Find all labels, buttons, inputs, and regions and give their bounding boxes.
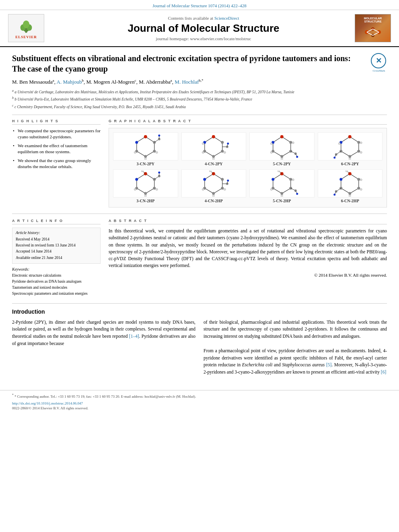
article-history-box: Article history: Received 4 May 2014 Rec… bbox=[12, 228, 101, 264]
issn-line: 0022-2860/© 2014 Elsevier B.V. All right… bbox=[12, 406, 387, 410]
svg-point-37 bbox=[227, 142, 229, 144]
author-mahjoub[interactable]: A. Mahjoub bbox=[57, 79, 82, 85]
intro-text-left: 2-Pyridone (2PY), its dimer and their ch… bbox=[12, 319, 195, 347]
crossmark-icon: ✕ bbox=[376, 56, 382, 65]
svg-point-44 bbox=[289, 141, 292, 144]
molecule-4cn2py-label: 4-CN-2PY bbox=[181, 162, 247, 166]
molecule-3cn2hp-img bbox=[113, 169, 178, 197]
ref-5[interactable]: [5] bbox=[326, 362, 331, 367]
molecule-3cn2py-label: 3-CN-2PY bbox=[113, 162, 178, 166]
abstract-header: A B S T R A C T bbox=[109, 219, 387, 224]
svg-point-71 bbox=[339, 142, 341, 144]
svg-marker-120 bbox=[341, 174, 359, 193]
svg-marker-88 bbox=[205, 174, 222, 193]
author-almogren: M. Mogren Al-Mogren bbox=[86, 79, 134, 85]
graphical-abstract-content: 3-CN-2PY bbox=[109, 128, 387, 207]
molecule-4cn2py-svg bbox=[185, 134, 243, 160]
svg-point-123 bbox=[358, 187, 360, 189]
svg-point-19 bbox=[135, 141, 138, 144]
svg-marker-72 bbox=[137, 174, 154, 193]
svg-point-41 bbox=[202, 142, 204, 144]
molecule-4cn2hp: 4-CN-2HP bbox=[181, 169, 247, 203]
svg-point-59 bbox=[358, 141, 360, 144]
svg-point-102 bbox=[213, 195, 215, 197]
svg-point-130 bbox=[334, 193, 336, 195]
molecule-5cn2py: 5-CN-2PY bbox=[249, 132, 315, 166]
svg-point-90 bbox=[221, 178, 224, 181]
svg-point-85 bbox=[156, 188, 158, 190]
svg-point-61 bbox=[349, 155, 352, 158]
highlight-item-2: We examined the effect of tautomerism eq… bbox=[12, 143, 101, 155]
svg-point-53 bbox=[292, 142, 294, 144]
elsevier-logo: ELSEVIER bbox=[8, 14, 44, 42]
molecule-5cn2py-svg bbox=[253, 134, 311, 160]
article-info-column: A R T I C L E I N F O Article history: R… bbox=[12, 219, 101, 297]
sciencedirect-link[interactable]: ScienceDirect bbox=[214, 16, 239, 21]
graphical-abstract-column: G R A P H I C A L A B S T R A C T bbox=[109, 119, 387, 207]
svg-point-75 bbox=[153, 187, 156, 189]
svg-point-68 bbox=[360, 142, 362, 144]
available-online-date: Available online 21 June 2014 bbox=[16, 255, 97, 261]
received-date: Received 4 May 2014 bbox=[16, 236, 97, 242]
molecule-6cn2py-svg bbox=[321, 134, 379, 160]
highlight-item-3: We showed that the cyano group strongly … bbox=[12, 158, 101, 170]
corresponding-author-note: * * Corresponding author. Tel.: +33 1 60… bbox=[12, 393, 387, 400]
ref-6[interactable]: [6] bbox=[381, 370, 386, 374]
crossmark-badge[interactable]: ✕ CrossMark bbox=[371, 53, 387, 69]
article-title-section: Substituent effects on vibrational and e… bbox=[12, 53, 387, 74]
svg-point-30 bbox=[221, 150, 224, 152]
svg-point-54 bbox=[281, 158, 283, 160]
journal-homepage: journal homepage: www.elsevier.com/locat… bbox=[52, 36, 355, 41]
svg-point-116 bbox=[278, 170, 280, 172]
svg-point-78 bbox=[135, 178, 138, 181]
svg-point-135 bbox=[349, 195, 351, 197]
svg-point-122 bbox=[358, 178, 360, 181]
molecule-3cn2py: 3-CN-2PY bbox=[113, 132, 178, 166]
svg-point-46 bbox=[280, 155, 283, 158]
svg-point-133 bbox=[360, 179, 362, 181]
svg-marker-104 bbox=[273, 174, 291, 193]
journal-volume-info: Journal of Molecular Structure 1074 (201… bbox=[152, 3, 246, 8]
article-info-header: A R T I C L E I N F O bbox=[12, 219, 101, 224]
molecule-3cn2hp-svg bbox=[117, 170, 175, 197]
svg-point-17 bbox=[144, 155, 147, 158]
affiliations: a a Université de Carthage, Laboratoire … bbox=[12, 88, 387, 115]
molecule-3cn2hp: 3-CN-2HP bbox=[113, 169, 178, 203]
molecule-6cn2py: 6-CN-2PY bbox=[318, 132, 383, 166]
authors-line: M. Ben Messaoudaa, A. Mahjoubb, M. Mogre… bbox=[12, 78, 387, 86]
highlights-graphical-section: H I G H L I G H T S We computed the spec… bbox=[12, 119, 387, 207]
svg-point-118 bbox=[281, 195, 283, 197]
svg-point-103 bbox=[202, 188, 204, 190]
accepted-date: Accepted 14 June 2014 bbox=[16, 249, 97, 255]
molecule-3cn2py-img bbox=[113, 132, 178, 160]
svg-point-38 bbox=[224, 151, 226, 153]
svg-marker-57 bbox=[341, 137, 359, 156]
svg-marker-27 bbox=[205, 137, 222, 156]
introduction-title: Introduction bbox=[12, 308, 387, 315]
svg-point-98 bbox=[227, 179, 229, 181]
svg-point-101 bbox=[224, 188, 226, 190]
svg-point-87 bbox=[134, 188, 136, 190]
doi-link[interactable]: http://dx.doi.org/10.1016/j.molstruc.201… bbox=[12, 401, 83, 405]
molecule-3cn2py-svg bbox=[117, 134, 175, 160]
molecule-6cn2hp-img bbox=[318, 169, 383, 197]
copyright-notice: © 2014 Elsevier B.V. All rights reserved… bbox=[109, 273, 387, 277]
author-hochlaf[interactable]: M. Hochlaf bbox=[175, 79, 199, 85]
svg-point-76 bbox=[144, 192, 147, 195]
molecule-5cn2hp: 5-CN-2HP bbox=[249, 169, 315, 203]
svg-point-56 bbox=[270, 142, 272, 144]
svg-point-86 bbox=[144, 195, 146, 197]
molecule-5cn2py-img bbox=[249, 132, 315, 160]
svg-point-43 bbox=[280, 135, 284, 138]
footer-links: http://dx.doi.org/10.1016/j.molstruc.201… bbox=[12, 401, 387, 405]
ref-1-4[interactable]: [1–4] bbox=[129, 334, 139, 339]
svg-point-31 bbox=[212, 155, 215, 158]
svg-point-67 bbox=[334, 156, 336, 158]
highlights-list: We computed the spectroscopic parameters… bbox=[12, 128, 101, 170]
author-messaouda: M. Ben Messaouda bbox=[12, 79, 53, 85]
page-footer: * * Corresponding author. Tel.: +33 1 60… bbox=[0, 390, 399, 413]
abstract-paragraph: In this theoretical work, we computed th… bbox=[109, 228, 387, 269]
molecule-6cn2hp-svg bbox=[321, 170, 379, 197]
svg-point-40 bbox=[202, 151, 204, 153]
svg-point-132 bbox=[346, 170, 348, 172]
